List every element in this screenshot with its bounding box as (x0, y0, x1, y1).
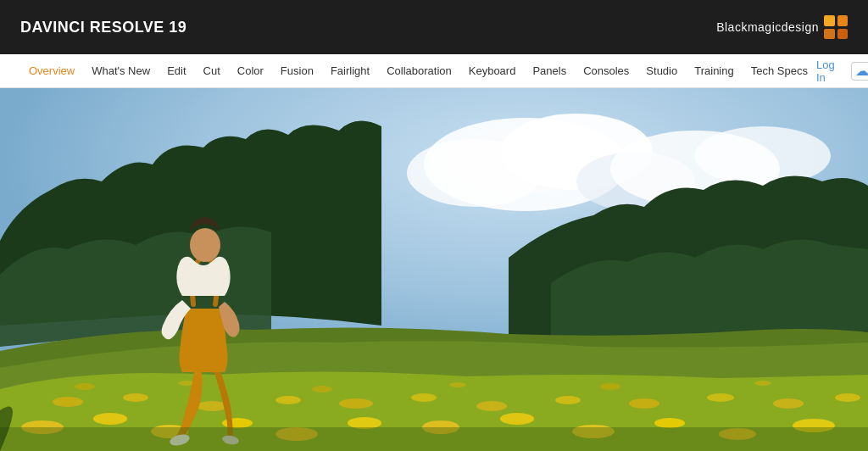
nav-link-edit[interactable]: Edit (159, 54, 194, 88)
svg-point-25 (476, 401, 507, 411)
nav-link-tech-specs[interactable]: Tech Specs (743, 54, 816, 88)
svg-point-34 (449, 382, 466, 387)
nav-item-tech-specs: Tech Specs (743, 54, 816, 88)
nav-item-training: Training (686, 54, 742, 88)
nav-item-collaboration: Collaboration (378, 54, 460, 88)
brand-logo: Blackmagicdesign (716, 15, 848, 39)
nav-links-list: OverviewWhat's NewEditCutColorFusionFair… (20, 54, 816, 88)
svg-point-22 (275, 396, 301, 404)
nav-item-fusion: Fusion (272, 54, 322, 88)
svg-point-36 (754, 381, 771, 386)
nav-link-overview[interactable]: Overview (20, 54, 83, 88)
site-title: DAVINCI RESOLVE 19 (20, 19, 186, 36)
nav-link-studio[interactable]: Studio (637, 54, 686, 88)
cloud-icon: ☁ (855, 63, 868, 79)
logo-text: Blackmagicdesign (716, 20, 819, 34)
svg-point-27 (629, 398, 659, 409)
logo-square-3 (824, 29, 835, 40)
svg-point-6 (695, 126, 831, 186)
svg-point-20 (123, 393, 148, 402)
nav-link-collaboration[interactable]: Collaboration (378, 54, 460, 88)
hero-section (0, 88, 868, 451)
nav-link-training[interactable]: Training (686, 54, 742, 88)
svg-rect-40 (0, 427, 868, 451)
logo-square-2 (837, 15, 849, 26)
svg-point-23 (339, 398, 373, 409)
logo-square-1 (824, 15, 835, 26)
main-nav: OverviewWhat's NewEditCutColorFusionFair… (0, 54, 868, 88)
svg-point-14 (500, 413, 534, 425)
svg-point-30 (835, 393, 860, 402)
nav-link-color[interactable]: Color (229, 54, 272, 88)
nav-link-keyboard[interactable]: Keyboard (460, 54, 525, 88)
svg-point-21 (197, 401, 227, 411)
cloud-button[interactable]: ☁ (851, 62, 868, 81)
svg-point-12 (348, 417, 381, 429)
nav-item-edit: Edit (159, 54, 194, 88)
nav-item-what-s-new: What's New (83, 54, 159, 88)
logo-square-4 (837, 29, 849, 40)
svg-point-28 (707, 393, 734, 402)
nav-link-consoles[interactable]: Consoles (575, 54, 637, 88)
nav-item-studio: Studio (637, 54, 686, 88)
nav-link-panels[interactable]: Panels (524, 54, 575, 88)
site-header: DAVINCI RESOLVE 19 Blackmagicdesign (0, 0, 868, 54)
hero-image (0, 88, 868, 451)
nav-link-fairlight[interactable]: Fairlight (322, 54, 378, 88)
nav-item-consoles: Consoles (575, 54, 637, 88)
nav-item-overview: Overview (20, 54, 83, 88)
svg-point-24 (411, 393, 437, 402)
nav-item-keyboard: Keyboard (460, 54, 525, 88)
svg-point-39 (190, 228, 220, 262)
svg-point-19 (53, 397, 83, 407)
nav-item-cut: Cut (195, 54, 229, 88)
nav-item-color: Color (229, 54, 272, 88)
nav-link-cut[interactable]: Cut (195, 54, 229, 88)
svg-point-16 (654, 418, 685, 428)
svg-point-8 (93, 413, 127, 425)
login-link[interactable]: Log In (816, 58, 843, 84)
nav-link-fusion[interactable]: Fusion (272, 54, 322, 88)
svg-point-33 (312, 386, 332, 393)
nav-link-what-s-new[interactable]: What's New (83, 54, 159, 88)
svg-point-35 (600, 383, 620, 390)
nav-right-controls: Log In ☁ (816, 58, 868, 84)
svg-point-3 (407, 139, 542, 207)
svg-point-29 (773, 398, 804, 409)
nav-item-panels: Panels (524, 54, 575, 88)
logo-squares-grid (824, 15, 848, 39)
nav-item-fairlight: Fairlight (322, 54, 378, 88)
svg-point-26 (555, 396, 581, 404)
svg-point-31 (75, 383, 95, 390)
